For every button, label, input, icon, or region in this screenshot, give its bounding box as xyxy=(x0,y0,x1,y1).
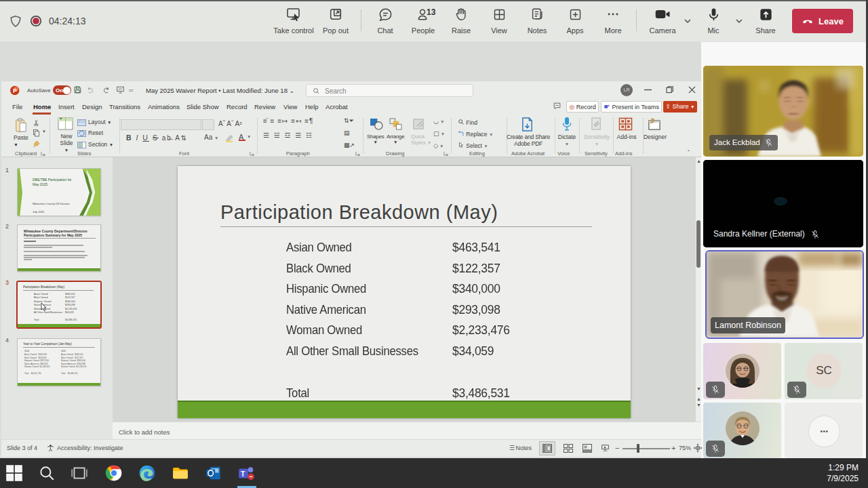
svg-text:P: P xyxy=(13,87,17,94)
svg-text:T: T xyxy=(241,470,245,478)
